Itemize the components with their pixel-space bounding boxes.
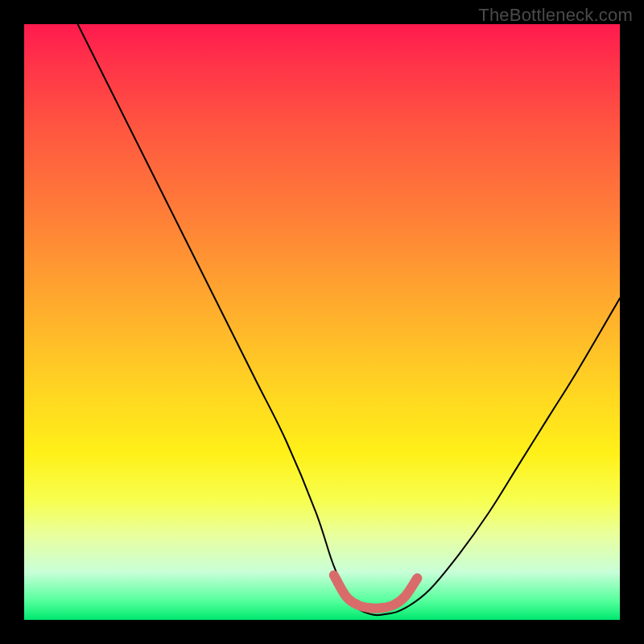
bottleneck-curve-path: [78, 24, 620, 615]
optimal-range-marker-path: [334, 576, 418, 609]
plot-area: [24, 24, 620, 620]
chart-frame: TheBottleneck.com: [0, 0, 644, 644]
watermark-text: TheBottleneck.com: [478, 5, 633, 26]
curve-svg: [24, 24, 620, 620]
